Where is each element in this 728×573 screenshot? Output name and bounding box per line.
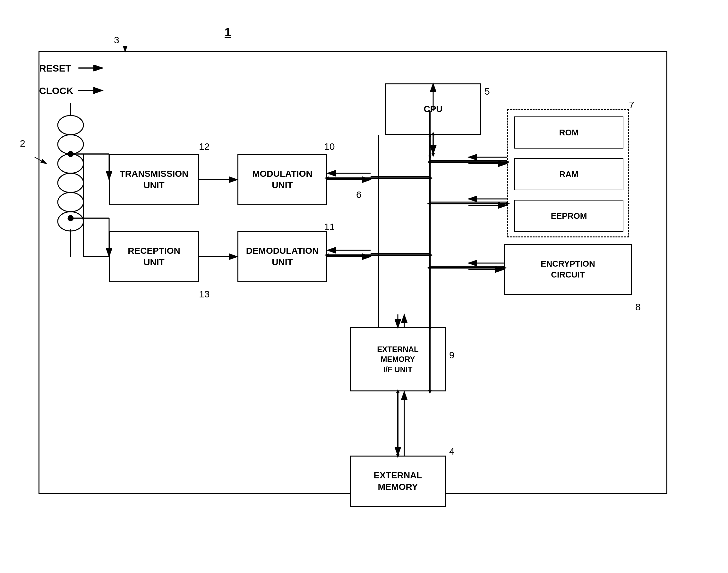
svg-point-4 <box>58 173 84 193</box>
rx-label: RECEPTIONUNIT <box>128 245 180 268</box>
coil-symbol <box>42 103 99 257</box>
label-13: 13 <box>199 289 210 300</box>
reception-unit-box: RECEPTIONUNIT <box>109 231 199 282</box>
enc-label: ENCRYPTIONCIRCUIT <box>540 259 595 280</box>
transmission-unit-box: TRANSMISSIONUNIT <box>109 154 199 205</box>
clock-label: CLOCK <box>39 85 73 96</box>
ram-label: RAM <box>559 169 578 179</box>
svg-point-8 <box>68 151 73 157</box>
demodulation-unit-box: DEMODULATIONUNIT <box>238 231 327 282</box>
label-10: 10 <box>324 141 334 152</box>
diagram: 1 3 2 RESET CLOCK CPU <box>0 0 728 573</box>
memory-group-box: ROM RAM EEPROM <box>507 109 629 238</box>
rom-box: ROM <box>514 116 623 149</box>
cpu-label: CPU <box>423 103 443 115</box>
demod-label: DEMODULATIONUNIT <box>246 245 319 268</box>
external-memory-box: EXTERNALMEMORY <box>350 456 446 507</box>
label-2: 2 <box>20 138 25 149</box>
svg-point-1 <box>58 115 84 135</box>
encryption-circuit-box: ENCRYPTIONCIRCUIT <box>504 244 632 295</box>
rom-label: ROM <box>559 128 579 138</box>
label-3: 3 <box>114 35 119 46</box>
cpu-box: CPU <box>385 84 481 135</box>
label-9: 9 <box>449 350 455 361</box>
svg-point-9 <box>68 216 73 221</box>
eeprom-label: EEPROM <box>551 211 587 221</box>
label-8: 8 <box>635 302 641 312</box>
label-4: 4 <box>449 446 455 457</box>
label-11: 11 <box>324 221 334 232</box>
label-6: 6 <box>356 189 362 200</box>
extmem-label: EXTERNALMEMORY <box>374 470 422 493</box>
title-label: 1 <box>224 26 231 39</box>
eeprom-box: EEPROM <box>514 200 623 232</box>
label-12: 12 <box>199 141 210 152</box>
label-7: 7 <box>629 99 634 110</box>
reset-label: RESET <box>39 63 71 74</box>
mod-label: MODULATIONUNIT <box>252 168 313 192</box>
ram-box: RAM <box>514 158 623 190</box>
modulation-unit-box: MODULATIONUNIT <box>238 154 327 205</box>
svg-point-6 <box>58 212 84 231</box>
tx-label: TRANSMISSIONUNIT <box>120 168 189 192</box>
label-5: 5 <box>484 86 490 97</box>
svg-point-5 <box>58 193 84 212</box>
external-memory-if-box: EXTERNALMEMORYI/F UNIT <box>350 327 446 392</box>
extmem-if-label: EXTERNALMEMORYI/F UNIT <box>377 344 418 374</box>
